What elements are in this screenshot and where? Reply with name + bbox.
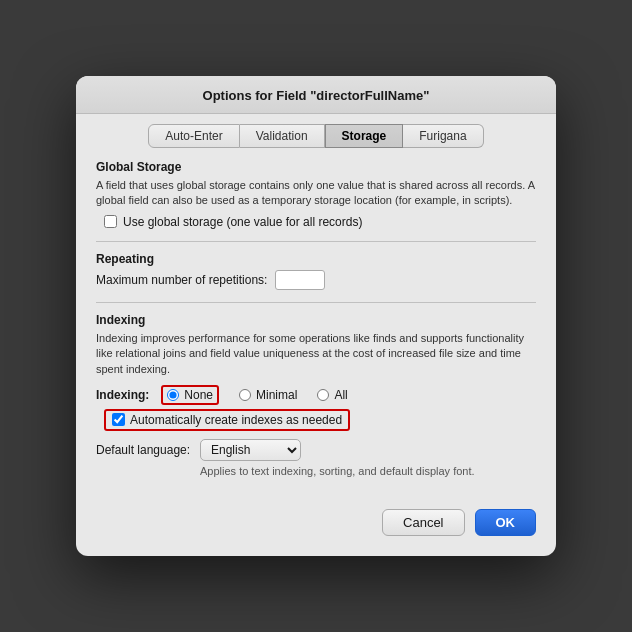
dialog-title: Options for Field "directorFullName" xyxy=(92,88,540,103)
radio-none-label: None xyxy=(184,388,213,402)
auto-indexes-label: Automatically create indexes as needed xyxy=(130,413,342,427)
dialog: Options for Field "directorFullName" Aut… xyxy=(76,76,556,556)
default-language-row: Default language: English French German … xyxy=(96,439,536,461)
radio-all[interactable] xyxy=(317,389,329,401)
radio-all-label: All xyxy=(334,388,347,402)
radio-minimal[interactable] xyxy=(239,389,251,401)
indexing-radio-row: Indexing: None Minimal All xyxy=(96,385,536,405)
radio-none-item: None xyxy=(167,388,213,402)
global-storage-checkbox-label: Use global storage (one value for all re… xyxy=(123,215,362,229)
radio-all-item: All xyxy=(317,388,347,402)
tab-validation[interactable]: Validation xyxy=(240,124,325,148)
radio-minimal-item: Minimal xyxy=(239,388,297,402)
tab-storage[interactable]: Storage xyxy=(325,124,404,148)
max-repetitions-input[interactable]: 1 xyxy=(275,270,325,290)
indexing-title: Indexing xyxy=(96,313,536,327)
auto-indexes-checkbox[interactable] xyxy=(112,413,125,426)
global-storage-title: Global Storage xyxy=(96,160,536,174)
max-repetitions-label: Maximum number of repetitions: xyxy=(96,273,267,287)
global-storage-section: Global Storage A field that uses global … xyxy=(96,160,536,229)
global-storage-desc: A field that uses global storage contain… xyxy=(96,178,536,209)
tab-auto-enter[interactable]: Auto-Enter xyxy=(148,124,239,148)
global-storage-checkbox[interactable] xyxy=(104,215,117,228)
content-area: Global Storage A field that uses global … xyxy=(76,148,556,501)
auto-indexes-box: Automatically create indexes as needed xyxy=(104,409,350,431)
radio-minimal-label: Minimal xyxy=(256,388,297,402)
title-bar: Options for Field "directorFullName" xyxy=(76,76,556,114)
repeating-section: Repeating Maximum number of repetitions:… xyxy=(96,252,536,290)
cancel-button[interactable]: Cancel xyxy=(382,509,464,536)
indexing-section: Indexing Indexing improves performance f… xyxy=(96,313,536,477)
indexing-label: Indexing: xyxy=(96,388,149,402)
max-repetitions-row: Maximum number of repetitions: 1 xyxy=(96,270,536,290)
button-row: Cancel OK xyxy=(76,501,556,540)
indexing-none-box: None xyxy=(161,385,219,405)
divider-1 xyxy=(96,241,536,242)
default-language-select[interactable]: English French German Spanish Japanese xyxy=(200,439,301,461)
indexing-desc: Indexing improves performance for some o… xyxy=(96,331,536,377)
divider-2 xyxy=(96,302,536,303)
default-language-label: Default language: xyxy=(96,443,192,457)
language-desc: Applies to text indexing, sorting, and d… xyxy=(200,465,536,477)
radio-none[interactable] xyxy=(167,389,179,401)
tab-bar: Auto-Enter Validation Storage Furigana xyxy=(76,114,556,148)
auto-indexes-row: Automatically create indexes as needed xyxy=(104,409,536,431)
tab-furigana[interactable]: Furigana xyxy=(403,124,483,148)
global-storage-checkbox-row: Use global storage (one value for all re… xyxy=(104,215,536,229)
repeating-title: Repeating xyxy=(96,252,536,266)
ok-button[interactable]: OK xyxy=(475,509,537,536)
